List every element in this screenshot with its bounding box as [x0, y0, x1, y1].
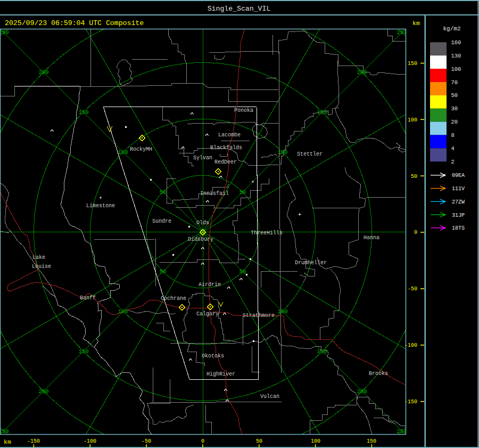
svg-text:-50: -50 [408, 286, 417, 292]
svg-text:Strathmore: Strathmore [243, 313, 275, 319]
svg-text:100: 100 [118, 149, 128, 156]
svg-text:0: 0 [201, 438, 204, 444]
svg-text:HighRiver: HighRiver [207, 371, 235, 377]
svg-text:100: 100 [278, 308, 288, 315]
svg-text:8: 8 [451, 132, 455, 139]
svg-text:Vulcan: Vulcan [260, 394, 279, 400]
svg-text:ThreeHills: ThreeHills [251, 230, 283, 236]
svg-text:*: * [99, 197, 102, 202]
svg-text:0: 0 [414, 230, 417, 235]
svg-text:Didsbury: Didsbury [188, 237, 213, 242]
svg-text:RedDeer: RedDeer [214, 159, 237, 165]
svg-text:Hanna: Hanna [364, 235, 379, 241]
svg-text:50: 50 [240, 268, 246, 275]
svg-text:200: 200 [39, 69, 49, 76]
svg-text:Okotoks: Okotoks [202, 353, 224, 359]
svg-text:Innisfail: Innisfail [200, 191, 229, 197]
svg-text:Calgary: Calgary [196, 311, 219, 317]
svg-text:Airdrie: Airdrie [199, 282, 221, 288]
svg-text:150: 150 [79, 348, 89, 355]
svg-text:100: 100 [451, 66, 461, 72]
svg-text:50: 50 [240, 189, 246, 196]
svg-text:50: 50 [160, 189, 167, 196]
svg-text:-150: -150 [27, 438, 40, 444]
svg-text:50: 50 [256, 438, 262, 444]
svg-text:150: 150 [408, 61, 417, 67]
svg-text:2: 2 [451, 159, 455, 165]
svg-text:31JP: 31JP [452, 213, 465, 218]
svg-text:250: 250 [397, 29, 407, 36]
svg-text:50: 50 [160, 268, 167, 275]
svg-text:20: 20 [451, 119, 458, 125]
svg-text:160: 160 [451, 39, 461, 46]
svg-text:Louise: Louise [32, 264, 51, 270]
svg-text:50: 50 [451, 92, 458, 99]
svg-text:250: 250 [397, 428, 407, 435]
svg-text:Lacombe: Lacombe [218, 132, 241, 138]
svg-text:18TS: 18TS [452, 225, 465, 231]
svg-text:-50: -50 [142, 438, 151, 444]
svg-text:Lake: Lake [32, 255, 45, 260]
svg-text:100: 100 [118, 308, 128, 315]
svg-text:111V: 111V [452, 186, 465, 192]
svg-text:70: 70 [451, 79, 458, 86]
svg-text:100: 100 [311, 438, 320, 444]
svg-text:Banff: Banff [80, 295, 96, 301]
svg-text:km: km [412, 20, 420, 27]
svg-text:200: 200 [357, 388, 367, 395]
svg-text:Cochrane: Cochrane [161, 296, 186, 302]
svg-text:100: 100 [408, 117, 417, 123]
svg-text:RockyMH: RockyMH [130, 146, 152, 152]
svg-text:Blackfalds: Blackfalds [210, 145, 242, 151]
svg-text:*: * [251, 181, 254, 186]
svg-text:-100: -100 [404, 343, 417, 348]
svg-text:Limestone: Limestone [86, 203, 115, 209]
svg-text:+: + [298, 212, 301, 218]
svg-text:Drumheller: Drumheller [295, 260, 327, 266]
svg-text:2025/09/23 06:59:04 UTC Compos: 2025/09/23 06:59:04 UTC Composite [5, 19, 144, 27]
svg-text:30: 30 [451, 105, 458, 112]
svg-text:200: 200 [39, 388, 49, 395]
svg-text:100: 100 [278, 149, 288, 156]
svg-text:Stettler: Stettler [297, 151, 323, 157]
svg-text:-100: -100 [84, 438, 96, 444]
svg-text:200: 200 [357, 69, 367, 76]
svg-text:130: 130 [451, 53, 461, 59]
svg-text:150: 150 [317, 109, 327, 116]
svg-text:Single_Scan_VIL: Single_Scan_VIL [208, 5, 271, 13]
svg-text:09EA: 09EA [452, 173, 465, 178]
svg-text:250: 250 [0, 428, 9, 435]
svg-text:Sylvan: Sylvan [193, 155, 212, 161]
svg-text:150: 150 [317, 348, 327, 355]
svg-text:Olds: Olds [196, 220, 209, 226]
svg-text:50: 50 [411, 174, 417, 180]
svg-text:4: 4 [451, 145, 455, 152]
svg-text:250: 250 [0, 29, 9, 36]
svg-text:150: 150 [79, 109, 89, 116]
svg-text:km: km [4, 438, 11, 445]
svg-text:Brooks: Brooks [369, 371, 388, 377]
svg-text:Sundre: Sundre [152, 218, 171, 224]
svg-text:150: 150 [367, 438, 376, 444]
svg-text:27ZW: 27ZW [452, 199, 465, 205]
svg-text:Ponoka: Ponoka [234, 108, 253, 113]
svg-text:-150: -150 [404, 399, 417, 405]
svg-text:kg/m2: kg/m2 [443, 26, 460, 32]
